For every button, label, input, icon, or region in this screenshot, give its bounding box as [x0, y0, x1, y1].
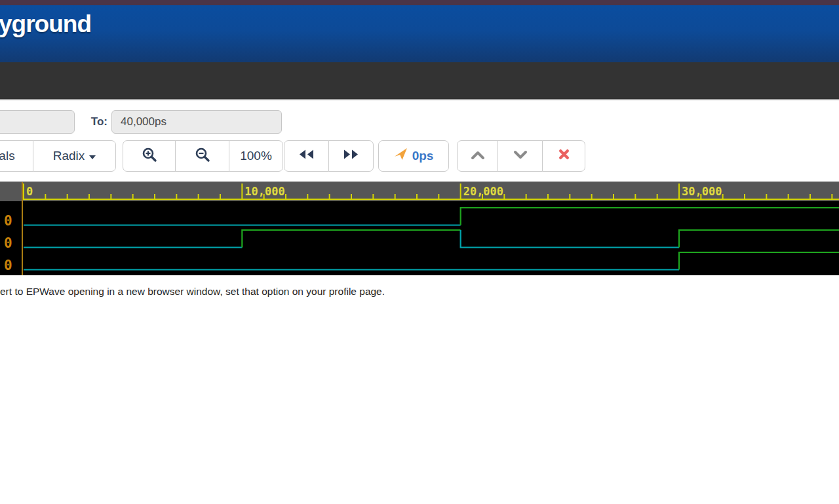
prev-edge-button[interactable]: [457, 140, 498, 172]
menu-bar: [0, 62, 839, 100]
next-edge-button[interactable]: [498, 140, 543, 172]
zoom-level-button[interactable]: 100%: [229, 140, 283, 172]
waveform-canvas[interactable]: 000: [0, 201, 839, 275]
svg-text:0: 0: [26, 185, 33, 198]
signals-button[interactable]: als: [0, 140, 33, 172]
zoom-in-icon: [142, 147, 157, 166]
location-arrow-icon: [394, 147, 408, 165]
svg-text:30,000: 30,000: [682, 185, 722, 198]
close-button[interactable]: [542, 140, 585, 172]
svg-text:20,000: 20,000: [463, 185, 503, 198]
rewind-button[interactable]: [284, 140, 329, 172]
to-time-input[interactable]: 40,000ps: [111, 110, 282, 134]
cursor-time-label: 0ps: [412, 149, 434, 163]
rewind-icon: [298, 149, 315, 163]
signal-value-label: 0: [4, 235, 12, 251]
chevron-up-icon: [471, 149, 485, 163]
waveform-svg: 000: [0, 201, 839, 275]
chevron-down-icon: [89, 155, 96, 159]
timeline-ruler-svg: 010,00020,00030,000: [0, 182, 839, 201]
time-cursor[interactable]: [22, 182, 23, 275]
fast-forward-button[interactable]: [328, 140, 374, 172]
signals-button-label: als: [0, 149, 15, 163]
from-time-input[interactable]: [0, 110, 75, 134]
svg-text:10,000: 10,000: [244, 185, 284, 198]
close-icon: [558, 149, 570, 163]
zoom-out-icon: [195, 147, 210, 166]
timeline-ruler[interactable]: 010,00020,00030,000: [0, 182, 839, 201]
fast-forward-icon: [342, 149, 360, 163]
zoom-out-button[interactable]: [175, 140, 229, 172]
cursor-time-button[interactable]: 0ps: [378, 140, 449, 172]
zoom-in-button[interactable]: [123, 140, 176, 172]
top-accent-strip: [0, 0, 839, 5]
signal-value-label: 0: [4, 258, 12, 273]
app-logo: yground: [0, 10, 91, 38]
radix-dropdown-button[interactable]: Radix: [33, 140, 116, 172]
to-label: To:: [71, 115, 107, 128]
epwave-info-note: ert to EPWave opening in a new browser w…: [0, 286, 385, 298]
radix-button-label: Radix: [53, 149, 85, 163]
epwave-screen: yground To: 40,000ps als Radix: [0, 0, 839, 504]
signal-value-label: 0: [4, 213, 12, 229]
app-header: yground: [0, 5, 839, 62]
zoom-level-label: 100%: [240, 149, 272, 163]
chevron-down-icon: [513, 149, 528, 163]
